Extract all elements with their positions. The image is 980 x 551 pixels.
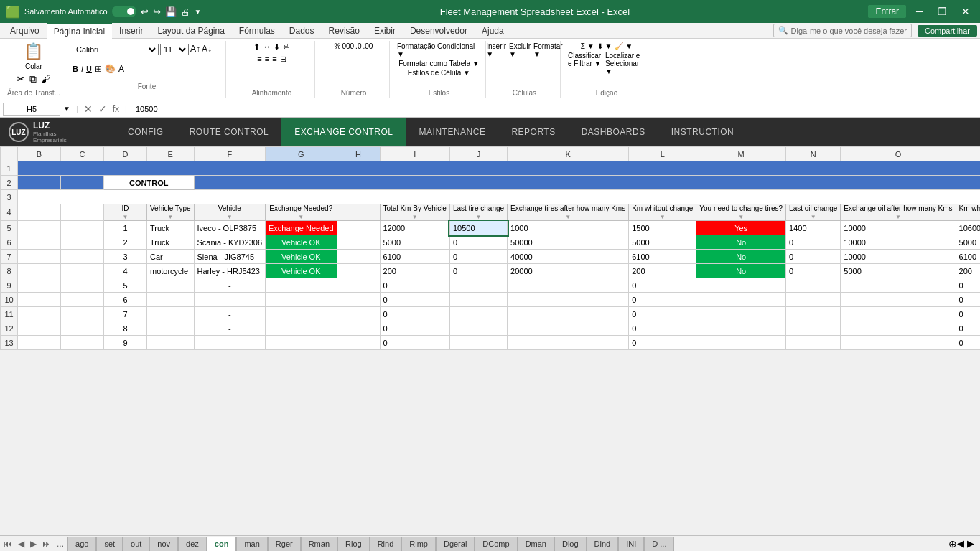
id-4[interactable]: 4	[104, 264, 147, 278]
redo-icon[interactable]: ↪	[153, 6, 161, 17]
fill-color-icon[interactable]: 🎨	[105, 64, 116, 74]
nav-item-dashboards[interactable]: DASHBOARDS	[569, 118, 658, 146]
nav-item-exchange-control[interactable]: EXCHANGE CONTROL	[281, 118, 406, 146]
col-g-header[interactable]: G	[266, 147, 337, 161]
km-wt-7[interactable]: 0	[629, 307, 696, 321]
cell-styles-btn[interactable]: Estilos de Célula ▼	[408, 69, 470, 77]
sheet-tab-dlog[interactable]: Dlog	[554, 537, 587, 551]
total-km-6[interactable]: 0	[380, 293, 449, 307]
vtype-2[interactable]: Truck	[147, 235, 195, 250]
vtype-4[interactable]: motorcycle	[147, 264, 195, 278]
sheet-tab-dcomp[interactable]: DComp	[475, 537, 517, 551]
underline-btn[interactable]: U	[86, 65, 92, 73]
nav-item-instruction[interactable]: INSTRUCTION	[658, 118, 747, 146]
bold-btn[interactable]: B	[73, 65, 78, 73]
nav-item-config[interactable]: CONFIG	[115, 118, 177, 146]
ynct-1[interactable]: Yes	[696, 221, 786, 235]
ex-need-3[interactable]: Vehicle OK	[266, 250, 337, 264]
format-painter-icon[interactable]: 🖌	[41, 73, 51, 85]
km-wt-8[interactable]: 0	[629, 321, 696, 336]
sheet-tab-dind[interactable]: Dind	[587, 537, 619, 551]
sheet-tab-con[interactable]: con	[207, 537, 237, 551]
login-button[interactable]: Entrar	[868, 5, 906, 18]
font-size-increase-icon[interactable]: A↑	[190, 44, 200, 55]
total-km-2[interactable]: 5000	[380, 235, 449, 250]
decrease-decimal-icon[interactable]: .00	[363, 42, 373, 50]
sheet-tab-ago[interactable]: ago	[67, 537, 96, 551]
minimize-btn[interactable]: ─	[912, 6, 928, 17]
col-f-header[interactable]: F	[194, 147, 266, 161]
sheet-tab-rger[interactable]: Rger	[268, 537, 301, 551]
tab-formulas[interactable]: Fórmulas	[232, 24, 282, 38]
confirm-formula-icon[interactable]: ✓	[98, 103, 107, 115]
align-middle-icon[interactable]: ↔	[263, 42, 271, 52]
vehicle-2[interactable]: Scania - KYD2306	[194, 235, 266, 250]
font-color-icon[interactable]: A	[118, 64, 124, 74]
col-o-header[interactable]: O	[841, 147, 956, 161]
comma-icon[interactable]: 000	[342, 42, 354, 50]
align-left-icon[interactable]: ≡	[257, 55, 261, 64]
tab-desenvolvedor[interactable]: Desenvolvedor	[403, 24, 475, 38]
ex-oil-1[interactable]: 10000	[841, 221, 956, 235]
add-new-sheet-btn[interactable]: ⊕	[948, 538, 957, 550]
cut-icon[interactable]: ✂	[17, 73, 25, 85]
total-km-1[interactable]: 12000	[380, 221, 449, 235]
delete-cells-btn[interactable]: Excluir ▼	[509, 42, 531, 58]
insert-function-icon[interactable]: fx	[113, 104, 119, 114]
border-icon[interactable]: ⊞	[95, 64, 102, 74]
align-center-icon[interactable]: ≡	[265, 55, 269, 64]
share-button[interactable]: Compartilhar	[918, 25, 977, 37]
km-wt-5[interactable]: 0	[629, 278, 696, 293]
autosum-icon[interactable]: Σ ▼	[581, 42, 594, 50]
km-wt2-3[interactable]: 6100	[956, 250, 980, 264]
sheet-tab-rlog[interactable]: Rlog	[337, 537, 370, 551]
search-box[interactable]: 🔍 Diga-me o que você deseja fazer	[773, 24, 912, 37]
km-wt2-1[interactable]: 10600	[956, 221, 980, 235]
id-8[interactable]: 8	[104, 321, 147, 336]
col-l-header[interactable]: L	[629, 147, 696, 161]
nav-item-route-control[interactable]: ROUTE CONTROL	[177, 118, 282, 146]
id-2[interactable]: 2	[104, 235, 147, 250]
paste-btn[interactable]: 📋 Colar	[24, 42, 43, 70]
undo-icon[interactable]: ↩	[141, 6, 149, 17]
ex-oil-3[interactable]: 10000	[841, 250, 956, 264]
col-i-header[interactable]: I	[380, 147, 449, 161]
vtype-3[interactable]: Car	[147, 250, 195, 264]
tab-exibir[interactable]: Exibir	[367, 24, 403, 38]
sheet-tab-rman[interactable]: Rman	[301, 537, 337, 551]
restore-btn[interactable]: ❐	[933, 6, 951, 17]
insert-cells-btn[interactable]: Inserir ▼	[486, 42, 506, 58]
col-e-header[interactable]: E	[147, 147, 195, 161]
sheet-tab-dez[interactable]: dez	[178, 537, 207, 551]
tab-pagina-inicial[interactable]: Página Inicial	[47, 23, 112, 39]
col-h-header[interactable]: H	[337, 147, 380, 161]
first-sheet-btn[interactable]: ⏮	[1, 539, 14, 549]
ynct-2[interactable]: No	[696, 235, 786, 250]
align-bottom-icon[interactable]: ⬇	[274, 42, 280, 52]
copy-icon[interactable]: ⧉	[29, 73, 37, 85]
id-7[interactable]: 7	[104, 307, 147, 321]
auto-save-toggle[interactable]	[112, 6, 136, 17]
col-b-header[interactable]: B	[18, 147, 61, 161]
total-km-7[interactable]: 0	[380, 307, 449, 321]
merge-icon[interactable]: ⊟	[280, 55, 286, 64]
ex-how-3[interactable]: 40000	[508, 250, 629, 264]
col-k-header[interactable]: K	[508, 147, 629, 161]
km-wt-1[interactable]: 1500	[629, 221, 696, 235]
id-9[interactable]: 9	[104, 336, 147, 350]
format-table-btn[interactable]: Formatar como Tabela ▼	[398, 60, 480, 67]
total-km-3[interactable]: 6100	[380, 250, 449, 264]
close-btn[interactable]: ✕	[957, 6, 974, 17]
clear-icon[interactable]: 🧹 ▼	[615, 42, 633, 50]
id-1[interactable]: 1	[104, 221, 147, 235]
tab-ajuda[interactable]: Ajuda	[475, 24, 511, 38]
total-km-4[interactable]: 200	[380, 264, 449, 278]
ex-oil-2[interactable]: 10000	[841, 235, 956, 250]
font-size-select[interactable]: 11	[160, 44, 189, 55]
ynct-3[interactable]: No	[696, 250, 786, 264]
col-n-header[interactable]: N	[786, 147, 841, 161]
last-sheet-btn[interactable]: ⏭	[40, 539, 53, 549]
id-3[interactable]: 3	[104, 250, 147, 264]
tab-revisao[interactable]: Revisão	[322, 24, 367, 38]
expand-formula-icon[interactable]: ▼	[63, 105, 70, 113]
